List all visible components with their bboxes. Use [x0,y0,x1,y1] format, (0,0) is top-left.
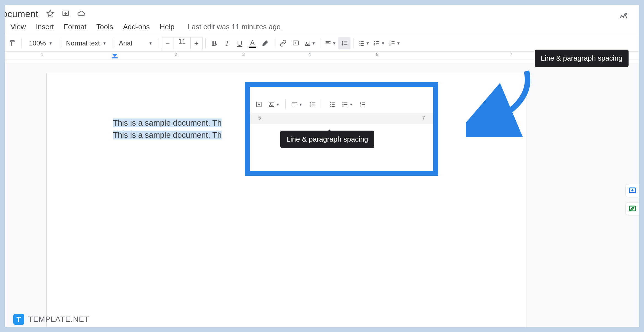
chevron-down-icon: ▼ [366,41,369,45]
svg-point-6 [374,44,375,45]
svg-point-4 [374,41,375,42]
menu-addons[interactable]: Add-ons [123,23,150,31]
zoom-select[interactable]: 100% ▼ [25,39,57,47]
callout-line-spacing-button[interactable] [306,98,318,110]
underline-button[interactable]: U [234,37,246,49]
style-value: Normal text [66,39,100,47]
suggest-side-button[interactable] [625,202,639,215]
callout-tooltip: Line & paragraph spacing [280,131,374,148]
bold-button[interactable]: B [208,37,220,49]
font-size-group: − 11 + [162,37,203,49]
chevron-down-icon: ▼ [49,41,52,45]
chevron-down-icon: ▼ [381,41,385,45]
callout-checklist-button[interactable] [326,98,338,110]
indent-marker[interactable] [112,54,118,59]
align-button[interactable]: ▼ [323,37,338,49]
watermark: T TEMPLATE.NET [13,314,89,325]
numbered-list-button[interactable]: 123 ▼ [387,37,402,49]
paragraph-style-select[interactable]: Normal text ▼ [63,39,110,47]
menu-view[interactable]: View [10,23,26,31]
checklist-button[interactable]: ▼ [356,37,371,49]
chevron-down-icon: ▼ [312,41,316,45]
add-comment-side-button[interactable] [625,184,639,197]
callout-align-button[interactable]: ▼ [289,98,304,110]
cloud-icon[interactable] [77,9,86,18]
font-size-decrease-button[interactable]: − [162,37,174,49]
app-frame: ocument View Insert Format Tools Add-ons… [5,5,639,327]
callout-image-button[interactable]: ▼ [267,98,281,110]
bullet-list-button[interactable]: ▼ [372,37,387,49]
ruler-mark: 4 [308,52,311,57]
menu-insert[interactable]: Insert [36,23,54,31]
svg-point-17 [342,104,344,105]
title-row: ocument [5,5,639,21]
menu-help[interactable]: Help [160,23,174,31]
callout-numbered-list-button[interactable]: 123 [356,98,369,110]
image-button[interactable]: ▼ [302,37,317,49]
line-spacing-tooltip: Line & paragraph spacing [535,50,629,67]
annotation-arrow [466,66,537,137]
callout-toolbar: ▼ ▼ ▼ 123 [250,96,433,113]
activity-icon[interactable] [619,12,628,21]
chevron-down-icon: ▼ [396,41,400,45]
text-line-2a: This is a sample document. Th [113,131,222,139]
paint-format-icon[interactable] [7,37,19,49]
font-size-increase-button[interactable]: + [190,37,203,49]
svg-point-5 [374,43,375,44]
ruler-mark: 2 [175,52,177,57]
chevron-down-icon: ▼ [349,102,353,107]
edit-status[interactable]: Last edit was 11 minutes ago [188,23,281,31]
italic-button[interactable]: I [221,37,233,49]
ruler-mark: 1 [41,52,43,57]
font-select[interactable]: Arial ▼ [116,39,156,47]
svg-rect-10 [112,57,118,58]
callout-ruler-5: 5 [258,115,261,121]
text-color-button[interactable]: A [246,37,259,49]
chevron-down-icon: ▼ [332,41,336,45]
ruler-mark: 5 [376,52,379,57]
svg-point-18 [342,106,344,107]
menu-format[interactable]: Format [64,23,86,31]
svg-text:3: 3 [360,105,361,107]
callout-add-icon[interactable] [253,98,265,110]
chevron-down-icon: ▼ [149,41,153,45]
svg-point-16 [342,102,344,103]
watermark-text: TEMPLATE.NET [28,315,89,324]
svg-point-3 [306,42,307,43]
move-icon[interactable] [62,9,71,18]
chevron-down-icon: ▼ [299,102,303,107]
ruler-mark: 7 [510,52,512,57]
svg-rect-12 [629,206,635,211]
text-line-1a: This is a sample document. Th [113,118,222,127]
callout-ruler: 5 7 [250,113,433,124]
document-title[interactable]: ocument [5,9,38,19]
side-panel-buttons [625,184,639,215]
link-button[interactable] [277,37,289,49]
callout-ruler-7: 7 [422,115,425,121]
svg-text:3: 3 [389,44,391,46]
line-spacing-button[interactable] [338,37,350,49]
font-value: Arial [119,39,132,47]
comment-button[interactable] [290,37,302,49]
menu-tools[interactable]: Tools [96,23,113,31]
chevron-down-icon: ▼ [276,102,280,107]
highlight-button[interactable] [259,37,271,49]
callout-box: ▼ ▼ ▼ 123 5 7 Line [245,82,438,176]
zoom-value: 100% [29,39,46,47]
menu-bar: View Insert Format Tools Add-ons Help La… [5,21,639,35]
chevron-down-icon: ▼ [103,41,107,45]
toolbar: 100% ▼ Normal text ▼ Arial ▼ − 11 + B I … [5,35,639,52]
watermark-logo: T [13,314,24,325]
star-icon[interactable] [46,9,55,18]
ruler-mark: 3 [242,52,245,57]
svg-point-15 [270,103,271,104]
callout-bullet-list-button[interactable]: ▼ [340,98,355,110]
font-size-input[interactable]: 11 [174,37,190,49]
